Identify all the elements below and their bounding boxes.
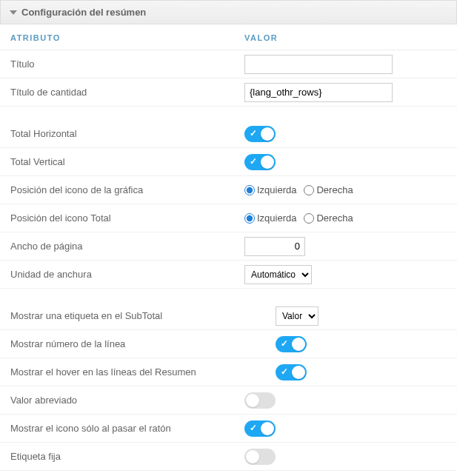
row-mostrar-num-linea: Mostrar número de la línea ✓: [0, 330, 457, 358]
radio-grafica-derecha-label[interactable]: Derecha: [304, 184, 353, 195]
check-icon: ✓: [281, 366, 288, 377]
row-titulo: Título: [0, 50, 457, 78]
header-atributo: ATRIBUTO: [0, 33, 244, 42]
row-unidad-anchura: Unidad de anchura Automático: [0, 261, 457, 289]
radio-grafica-izquierda-label[interactable]: Izquierda: [244, 184, 296, 195]
toggle-etiqueta-fija[interactable]: [244, 449, 276, 465]
label-etiqueta-fija: Etiqueta fija: [0, 451, 244, 462]
spacer: [0, 289, 457, 302]
collapse-icon: [10, 10, 17, 15]
row-mostrar-etiqueta-subtotal: Mostrar una etiqueta en el SubTotal Valo…: [0, 302, 457, 330]
label-pos-icono-total: Posición del icono Total: [0, 212, 244, 224]
select-unidad-anchura[interactable]: Automático: [244, 265, 312, 284]
radio-grafica-derecha[interactable]: [304, 185, 314, 195]
toggle-knob: [261, 127, 274, 141]
toggle-knob: [261, 422, 274, 435]
header-valor: VALOR: [244, 33, 457, 42]
label-titulo-cantidad: Título de cantidad: [0, 87, 244, 98]
input-titulo[interactable]: [244, 55, 393, 74]
row-titulo-cantidad: Título de cantidad: [0, 78, 457, 107]
radio-group-grafica: Izquierda Derecha: [244, 184, 359, 195]
label-mostrar-num-linea: Mostrar número de la línea: [0, 338, 244, 349]
label-total-horizontal: Total Horizontal: [0, 128, 244, 139]
row-total-vertical: Total Vertical ✓: [0, 148, 457, 176]
radio-total-derecha-label[interactable]: Derecha: [304, 212, 353, 224]
label-total-vertical: Total Vertical: [0, 156, 244, 167]
label-mostrar-etiqueta-subtotal: Mostrar una etiqueta en el SubTotal: [0, 310, 244, 321]
row-mostrar-icono-raton: Mostrar el icono sólo al pasar el ratón …: [0, 415, 457, 443]
toggle-total-vertical[interactable]: ✓: [244, 154, 276, 170]
check-icon: ✓: [250, 156, 257, 167]
toggle-knob: [246, 450, 259, 463]
radio-total-izquierda-label[interactable]: Izquierda: [244, 212, 296, 224]
row-mostrar-hover: Mostrar el hover en las líneas del Resum…: [0, 358, 457, 386]
input-titulo-cantidad[interactable]: [244, 83, 393, 102]
toggle-mostrar-hover[interactable]: ✓: [276, 364, 307, 381]
select-mostrar-etiqueta-subtotal[interactable]: Valor: [276, 306, 318, 326]
label-titulo: Título: [0, 58, 244, 70]
toggle-knob: [292, 338, 305, 351]
row-pos-icono-grafica: Posición del icono de la gráfica Izquier…: [0, 176, 457, 204]
toggle-mostrar-icono-raton[interactable]: ✓: [244, 420, 276, 437]
label-pos-icono-grafica: Posición del icono de la gráfica: [0, 184, 244, 195]
column-headers: ATRIBUTO VALOR: [0, 24, 457, 50]
panel-header[interactable]: Configuración del resúmen: [0, 0, 457, 24]
toggle-valor-abreviado[interactable]: [244, 392, 276, 409]
row-pos-icono-total: Posición del icono Total Izquierda Derec…: [0, 204, 457, 232]
spacer: [0, 107, 457, 120]
row-etiqueta-fija: Etiqueta fija: [0, 443, 457, 471]
radio-grafica-izquierda[interactable]: [244, 185, 255, 195]
toggle-total-horizontal[interactable]: ✓: [244, 126, 276, 142]
toggle-knob: [261, 155, 274, 169]
toggle-knob: [292, 366, 305, 379]
radio-total-izquierda[interactable]: [244, 213, 255, 224]
row-total-horizontal: Total Horizontal ✓: [0, 120, 457, 148]
label-ancho-pagina: Ancho de página: [0, 241, 244, 252]
row-columnas-fijas: Columnas fijas: [0, 471, 457, 476]
radio-total-derecha[interactable]: [304, 213, 314, 224]
check-icon: ✓: [281, 338, 288, 349]
toggle-knob: [246, 394, 259, 407]
label-unidad-anchura: Unidad de anchura: [0, 269, 244, 280]
radio-group-total: Izquierda Derecha: [244, 212, 359, 224]
check-icon: ✓: [250, 423, 257, 433]
panel-title: Configuración del resúmen: [21, 7, 146, 18]
label-valor-abreviado: Valor abreviado: [0, 395, 244, 406]
row-valor-abreviado: Valor abreviado: [0, 386, 457, 415]
label-mostrar-icono-raton: Mostrar el icono sólo al pasar el ratón: [0, 423, 244, 434]
label-mostrar-hover: Mostrar el hover en las líneas del Resum…: [0, 366, 244, 378]
input-ancho-pagina[interactable]: [244, 237, 305, 256]
row-ancho-pagina: Ancho de página: [0, 232, 457, 261]
toggle-mostrar-num-linea[interactable]: ✓: [276, 336, 307, 352]
check-icon: ✓: [250, 128, 257, 138]
